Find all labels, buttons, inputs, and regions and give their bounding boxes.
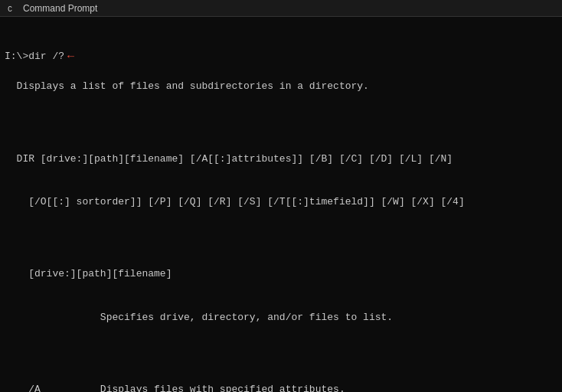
output-line-3: [/O[[:] sortorder]] [/P] [/Q] [/R] [/S] … — [17, 196, 465, 207]
titlebar: C Command Prompt — [0, 0, 562, 17]
prompt-line: I:\>dir /? ← — [5, 49, 557, 66]
svg-text:C: C — [8, 5, 12, 14]
output-line-4: [drive:][path][filename] — [17, 268, 172, 279]
arrow-indicator: ← — [67, 49, 74, 66]
app-icon: C — [6, 2, 18, 15]
terminal-window: I:\>dir /? ← Displays a list of files an… — [0, 17, 562, 392]
output-line-1: Displays a list of files and subdirector… — [17, 80, 369, 92]
prompt-text: I:\>dir /? — [5, 50, 64, 64]
output-line-5: Specifies drive, directory, and/or files… — [17, 312, 393, 323]
output-line-2: DIR [drive:][path][filename] [/A[[:]attr… — [17, 153, 453, 165]
window-title: Command Prompt — [23, 3, 97, 14]
output-line-6: /A Displays files with specified attribu… — [17, 384, 345, 392]
